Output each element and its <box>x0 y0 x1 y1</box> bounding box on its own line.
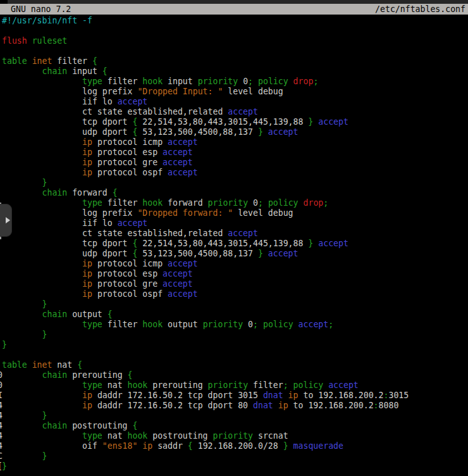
code-line: log prefix "Dropped forward: " level deb… <box>2 208 468 218</box>
code-line: ip daddr 172.16.50.2 tcp dport 3015 dnat… <box>2 391 468 401</box>
code-line: type nat hook postrouting priority srcna… <box>2 431 468 441</box>
edge-glyph-fragment: 0 <box>0 380 3 391</box>
code-line: chain forward { <box>2 188 468 198</box>
code-line: } <box>2 451 468 461</box>
code-line: ip protocol esp accept <box>2 147 468 158</box>
code-line: chain postrouting { <box>2 421 468 431</box>
edge-glyph-fragment: 4 <box>0 411 3 421</box>
code-line: chain prerouting { <box>2 370 468 380</box>
open-file-path: /etc/nftables.conf <box>375 4 465 15</box>
code-line: tcp dport { 22,514,53,80,443,3015,445,13… <box>2 239 468 249</box>
code-line: ct state established,related accept <box>2 229 468 239</box>
code-line: flush ruleset <box>2 36 468 46</box>
code-line: } <box>2 299 468 310</box>
code-line: ip protocol esp accept <box>2 269 468 279</box>
code-line: udp dport { 53,123,500,4500,88,137 } acc… <box>2 249 468 259</box>
edge-glyph-fragment: [ <box>0 461 3 472</box>
edge-glyph-fragment: 4 <box>0 401 3 411</box>
code-line: } <box>2 461 468 472</box>
code-line: ip daddr 172.16.50.2 tcp dport 80 dnat i… <box>2 401 468 411</box>
nano-titlebar: GNU nano 7.2 /etc/nftables.conf <box>0 4 468 15</box>
code-line: iif lo accept <box>2 97 468 107</box>
code-line: log prefix "Dropped Input: " level debug <box>2 87 468 97</box>
edge-glyph-fragment: I <box>0 391 3 401</box>
code-line: ip protocol icmp accept <box>2 259 468 269</box>
edge-glyph-fragment: 0 <box>0 370 3 380</box>
code-line <box>2 350 468 360</box>
code-line: } <box>2 330 468 340</box>
code-line: } <box>2 411 468 421</box>
code-line: chain input { <box>2 66 468 77</box>
code-line: tcp dport { 22,514,53,80,443,3015,445,13… <box>2 117 468 127</box>
editor-content[interactable]: #!/usr/sbin/nft -f flush ruleset table i… <box>0 16 468 472</box>
code-line: type filter hook forward priority 0; pol… <box>2 198 468 208</box>
code-line: table inet nat { <box>2 360 468 370</box>
code-line: table inet filter { <box>2 56 468 66</box>
code-line: ip protocol ospf accept <box>2 168 468 178</box>
code-line: } <box>2 340 468 350</box>
edge-glyph-fragment: 4 <box>0 431 3 441</box>
code-line: chain output { <box>2 310 468 320</box>
code-line: ip protocol ospf accept <box>2 289 468 299</box>
edge-glyph-fragment: C <box>0 451 3 461</box>
code-line: udp dport { 53,123,500,4500,88,137 } acc… <box>2 127 468 137</box>
code-line <box>2 26 468 36</box>
code-line: oif "ens18" ip saddr { 192.168.200.0/28 … <box>2 441 468 451</box>
edge-glyph-fragment: 4 <box>0 421 3 431</box>
code-line: } <box>2 178 468 188</box>
code-line: ct state established,related accept <box>2 107 468 117</box>
code-line: type nat hook prerouting priority filter… <box>2 380 468 391</box>
code-line: #!/usr/sbin/nft -f <box>2 16 468 26</box>
code-line: ip protocol icmp accept <box>2 137 468 147</box>
nano-version-title: GNU nano 7.2 <box>11 4 71 15</box>
code-line: type filter hook output priority 0; poli… <box>2 320 468 330</box>
edge-glyph-fragment: 4 <box>0 441 3 451</box>
code-line: ip protocol gre accept <box>2 158 468 168</box>
code-line <box>2 46 468 56</box>
code-line: iif lo accept <box>2 218 468 229</box>
side-panel-toggle[interactable] <box>0 204 12 237</box>
code-line: type filter hook input priority 0; polic… <box>2 77 468 87</box>
expand-arrow-icon <box>6 217 10 223</box>
code-line: ip protocol gre accept <box>2 279 468 289</box>
